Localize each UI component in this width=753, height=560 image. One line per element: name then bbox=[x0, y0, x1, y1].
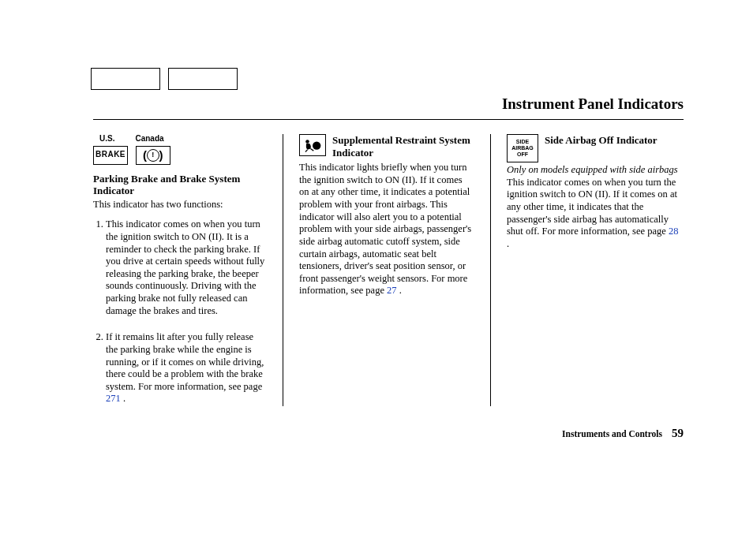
side-airbag-body-tail: . bbox=[507, 238, 509, 249]
section-heading-parking-brake: Parking Brake and Brake System Indicator bbox=[93, 173, 267, 197]
svg-point-0 bbox=[305, 140, 309, 144]
top-box-left bbox=[91, 68, 160, 90]
label-canada: Canada bbox=[135, 134, 163, 144]
section-heading-side-airbag: Side Airbag Off Indicator bbox=[545, 134, 682, 147]
column-srs: Supplemental Restraint System Indicator … bbox=[299, 134, 474, 420]
label-us: U.S. bbox=[99, 134, 114, 144]
column-divider-2 bbox=[490, 134, 491, 406]
footer: Instruments and Controls 59 bbox=[562, 427, 684, 440]
parking-brake-item-2-text: If it remains lit after you fully releas… bbox=[106, 331, 264, 392]
column-side-airbag: SIDEAIRBAGOFF Side Airbag Off Indicator … bbox=[507, 134, 682, 420]
side-airbag-off-icon: SIDEAIRBAGOFF bbox=[507, 134, 538, 162]
srs-indicator-icon bbox=[299, 134, 326, 156]
column-parking-brake: U.S. Canada BRAKE () Parking Brake and B… bbox=[93, 134, 267, 420]
side-airbag-body-text: This indicator comes on when you turn th… bbox=[507, 177, 677, 237]
svg-point-1 bbox=[313, 141, 320, 149]
parking-brake-intro: This indicator has two functions: bbox=[93, 199, 267, 211]
brake-indicator-canada-icon: () bbox=[136, 146, 170, 165]
page-link-27[interactable]: 27 bbox=[387, 285, 397, 296]
srs-body-tail: . bbox=[397, 285, 402, 296]
top-empty-boxes bbox=[91, 68, 238, 90]
parking-brake-item-1: This indicator comes on when you turn th… bbox=[106, 218, 267, 317]
footer-page-number: 59 bbox=[672, 427, 684, 440]
side-airbag-note: Only on models equipped with side airbag… bbox=[507, 164, 682, 177]
parking-brake-item-2-tail: . bbox=[121, 393, 126, 404]
side-airbag-body: This indicator comes on when you turn th… bbox=[507, 177, 682, 251]
column-divider-1 bbox=[283, 134, 283, 406]
top-box-right bbox=[168, 68, 238, 90]
parking-brake-item-2: If it remains lit after you fully releas… bbox=[106, 331, 267, 405]
srs-body: This indicator lights briefly when you t… bbox=[299, 162, 474, 297]
page-link-28[interactable]: 28 bbox=[669, 226, 679, 237]
page-link-271[interactable]: 271 bbox=[106, 393, 121, 404]
section-heading-srs: Supplemental Restraint System Indicator bbox=[332, 134, 474, 159]
brake-indicator-us-icon: BRAKE bbox=[93, 146, 128, 165]
footer-section: Instruments and Controls bbox=[562, 429, 662, 439]
srs-body-text: This indicator lights briefly when you t… bbox=[299, 162, 471, 296]
page-title: Instrument Panel Indicators bbox=[93, 95, 684, 120]
